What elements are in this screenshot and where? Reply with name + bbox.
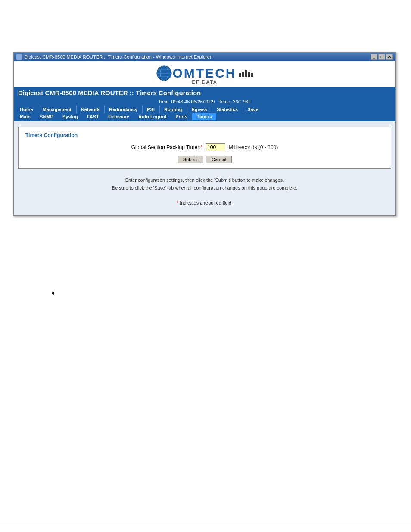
- subnav-main[interactable]: Main: [16, 113, 35, 120]
- subnav-ports[interactable]: Ports: [171, 113, 192, 120]
- title-bar-controls: _ □ ✕: [371, 54, 393, 60]
- minimize-button[interactable]: _: [371, 54, 377, 60]
- company-name: OMTECH: [173, 66, 237, 81]
- time-value: 09:43:46 06/26/2009: [171, 99, 215, 104]
- nav-statistics[interactable]: Statistics: [212, 106, 242, 113]
- subnav-timers[interactable]: Timers: [192, 113, 216, 120]
- subnav-fast[interactable]: FAST: [83, 113, 103, 120]
- logo-bars: [239, 70, 253, 77]
- temp-value: Temp: 36C 96F: [218, 99, 251, 104]
- page-title-bar: Digicast CMR-8500 MEDIA ROUTER :: Timers…: [14, 87, 395, 99]
- time-label: Time:: [158, 99, 170, 104]
- btn-row: Submit Cancel: [25, 156, 384, 163]
- packing-timer-label: Global Section Packing Timer:*: [131, 144, 202, 150]
- browser-title: Digicast CMR-8500 MEDIA ROUTER :: Timers…: [24, 54, 212, 59]
- bottom-rule: [0, 523, 411, 523]
- logo-area: OMTECH EF DATA: [14, 61, 395, 87]
- main-content: Timers Configuration Global Section Pack…: [14, 121, 395, 215]
- cancel-button[interactable]: Cancel: [206, 156, 232, 163]
- info-line2: Be sure to click the 'Save' tab when all…: [27, 184, 383, 192]
- required-note-text: Indicates a required field.: [180, 200, 233, 205]
- packing-timer-input[interactable]: [206, 143, 225, 151]
- config-box-title: Timers Configuration: [25, 132, 384, 138]
- subnav-autologout[interactable]: Auto Logout: [134, 113, 171, 120]
- bullet-point: •: [52, 289, 55, 299]
- time-bar: Time: 09:43:46 06/26/2009 Temp: 36C 96F: [14, 99, 395, 106]
- page-title: Digicast CMR-8500 MEDIA ROUTER :: Timers…: [18, 89, 201, 96]
- ef-data-row: EF DATA: [192, 79, 218, 84]
- info-line1: Enter configuration settings, then click…: [27, 177, 383, 184]
- subnav-firmware[interactable]: Firmware: [104, 113, 134, 120]
- ef-data-label: EF DATA: [192, 79, 218, 84]
- required-star: *: [201, 144, 203, 150]
- subnav-row: Main SNMP Syslog FAST Firmware Auto Logo…: [14, 113, 395, 121]
- nav-egress[interactable]: Egress: [187, 106, 212, 113]
- browser-icon: [16, 54, 22, 60]
- logo-main-row: OMTECH: [156, 65, 253, 81]
- restore-button[interactable]: □: [378, 54, 385, 60]
- browser-window: Digicast CMR-8500 MEDIA ROUTER :: Timers…: [13, 52, 396, 216]
- globe-icon: [156, 65, 172, 81]
- nav-save[interactable]: Save: [243, 106, 263, 113]
- submit-button[interactable]: Submit: [177, 156, 203, 163]
- subnav-syslog[interactable]: Syslog: [58, 113, 82, 120]
- title-bar-left: Digicast CMR-8500 MEDIA ROUTER :: Timers…: [16, 54, 212, 60]
- nav-row: Home Management Network Redundancy PSI R…: [14, 106, 395, 113]
- close-button[interactable]: ✕: [386, 54, 393, 60]
- logo-wrapper: OMTECH EF DATA: [14, 65, 395, 84]
- config-row: Global Section Packing Timer:* Milliseco…: [25, 143, 384, 151]
- required-note: * Indicates a required field.: [27, 199, 383, 207]
- timers-config-box: Timers Configuration Global Section Pack…: [18, 127, 391, 169]
- page-content: OMTECH EF DATA Digicast CMR-8500 MED: [14, 61, 395, 215]
- nav-redundancy[interactable]: Redundancy: [104, 106, 142, 113]
- nav-management[interactable]: Management: [38, 106, 76, 113]
- packing-timer-unit: Milliseconds (0 - 300): [229, 144, 278, 150]
- nav-network[interactable]: Network: [76, 106, 104, 113]
- info-area: Enter configuration settings, then click…: [18, 173, 391, 210]
- title-bar: Digicast CMR-8500 MEDIA ROUTER :: Timers…: [14, 53, 395, 61]
- nav-psi[interactable]: PSI: [142, 106, 159, 113]
- nav-home[interactable]: Home: [16, 106, 37, 113]
- nav-routing[interactable]: Routing: [159, 106, 187, 113]
- subnav-snmp[interactable]: SNMP: [35, 113, 58, 120]
